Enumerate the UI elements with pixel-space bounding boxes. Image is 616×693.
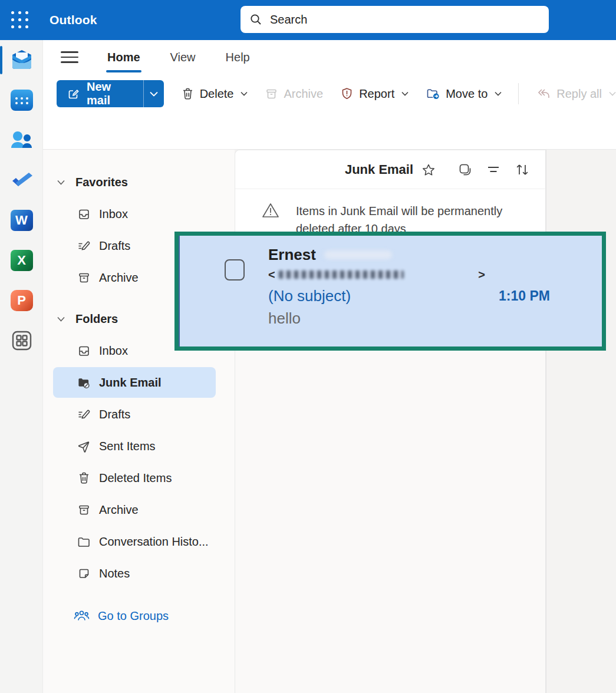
folders-item-conversation-history[interactable]: Conversation Histo... bbox=[43, 526, 235, 557]
trash-icon bbox=[182, 87, 194, 100]
shield-warning-icon bbox=[341, 87, 353, 100]
rail-powerpoint-icon[interactable]: P bbox=[0, 280, 43, 321]
hamburger-menu-icon[interactable] bbox=[61, 48, 78, 66]
folder-label: Inbox bbox=[99, 207, 128, 221]
folder-label: Drafts bbox=[99, 408, 130, 421]
search-input[interactable] bbox=[270, 13, 541, 27]
folders-item-notes[interactable]: Notes bbox=[43, 557, 235, 589]
rail-excel-icon[interactable]: X bbox=[0, 240, 43, 280]
favorites-label: Favorites bbox=[75, 176, 128, 189]
folder-label: Sent Items bbox=[99, 440, 156, 453]
tab-view[interactable]: View bbox=[169, 47, 197, 68]
folders-item-deleted-items[interactable]: Deleted Items bbox=[43, 462, 235, 494]
folder-label: Inbox bbox=[99, 344, 128, 358]
folders-item-archive[interactable]: Archive bbox=[43, 494, 235, 526]
folder-label: Archive bbox=[99, 271, 139, 285]
filter-icon[interactable] bbox=[486, 164, 500, 175]
new-mail-dropdown[interactable] bbox=[143, 80, 163, 107]
chevron-down-icon bbox=[495, 91, 502, 96]
delete-button[interactable]: Delete bbox=[182, 87, 248, 101]
chevron-down-icon bbox=[241, 91, 248, 96]
list-title: Junk Email bbox=[345, 162, 413, 177]
archive-button[interactable]: Archive bbox=[265, 87, 323, 101]
ribbon-tab-row: Home View Help bbox=[43, 40, 616, 74]
reply-all-icon bbox=[536, 88, 551, 100]
folder-icon bbox=[77, 535, 90, 548]
new-mail-button[interactable]: New mail bbox=[57, 80, 164, 107]
search-icon bbox=[249, 12, 263, 27]
select-messages-icon[interactable] bbox=[458, 163, 472, 177]
email-content: Ernest < > (No subject) 1:10 PM hello bbox=[268, 244, 594, 329]
email-checkbox[interactable] bbox=[225, 259, 245, 280]
move-to-label: Move to bbox=[446, 87, 487, 101]
inbox-icon bbox=[77, 344, 90, 357]
junk-folder-icon bbox=[77, 376, 90, 389]
folder-label: Conversation Histo... bbox=[99, 535, 209, 549]
search-box[interactable] bbox=[241, 6, 549, 33]
reply-all-label: Reply all bbox=[556, 87, 602, 101]
favorite-star-icon[interactable] bbox=[421, 163, 436, 177]
email-sender: Ernest bbox=[268, 246, 316, 264]
archive-icon bbox=[77, 271, 90, 284]
address-open-bracket: < bbox=[268, 268, 275, 282]
email-preview: hello bbox=[268, 309, 301, 328]
app-title: Outlook bbox=[50, 13, 97, 27]
list-header: Junk Email bbox=[235, 150, 545, 189]
rail-people-icon[interactable] bbox=[0, 120, 43, 160]
delete-label: Delete bbox=[200, 87, 234, 101]
new-mail-label: New mail bbox=[87, 80, 133, 107]
folders-item-sent-items[interactable]: Sent Items bbox=[43, 430, 235, 462]
tab-help[interactable]: Help bbox=[225, 47, 251, 68]
redacted-address-blur bbox=[279, 270, 404, 279]
groups-icon bbox=[74, 609, 90, 622]
sort-icon[interactable] bbox=[515, 163, 530, 177]
archive-label: Archive bbox=[284, 87, 323, 101]
folder-label: Notes bbox=[99, 567, 130, 580]
address-close-bracket: > bbox=[478, 268, 485, 282]
reply-all-button[interactable]: Reply all bbox=[536, 87, 616, 101]
rail-apps-icon[interactable] bbox=[0, 321, 43, 361]
folders-item-drafts[interactable]: Drafts bbox=[43, 398, 235, 430]
note-icon bbox=[77, 567, 90, 580]
folders-label: Folders bbox=[75, 312, 118, 326]
top-bar: Outlook bbox=[0, 0, 616, 40]
email-row-highlighted[interactable]: Ernest < > (No subject) 1:10 PM hello bbox=[174, 232, 606, 351]
rail-selected-indicator bbox=[0, 46, 2, 74]
rail-todo-icon[interactable] bbox=[0, 160, 43, 200]
chevron-down-icon bbox=[57, 316, 65, 322]
inbox-icon bbox=[77, 207, 90, 220]
favorites-section-header[interactable]: Favorites bbox=[43, 166, 235, 198]
go-to-groups-label: Go to Groups bbox=[98, 609, 169, 623]
redacted-sender-blur bbox=[324, 250, 392, 259]
trash-icon bbox=[77, 471, 90, 484]
chevron-down-icon bbox=[57, 180, 65, 185]
archive-icon bbox=[77, 503, 90, 516]
ppt-letter: P bbox=[17, 293, 26, 308]
folder-label: Junk Email bbox=[99, 376, 162, 390]
folder-label: Archive bbox=[99, 503, 139, 517]
move-to-button[interactable]: Move to bbox=[426, 87, 502, 101]
go-to-groups-link[interactable]: Go to Groups bbox=[43, 600, 235, 632]
command-toolbar: New mail Delete bbox=[43, 74, 616, 150]
toolbar-divider bbox=[518, 83, 519, 104]
drafts-icon bbox=[77, 239, 90, 252]
tab-home[interactable]: Home bbox=[106, 47, 141, 68]
rail-mail-icon[interactable] bbox=[0, 40, 43, 80]
email-address-line: < > bbox=[268, 265, 485, 284]
email-subject: (No subject) bbox=[268, 287, 351, 305]
rail-calendar-icon[interactable] bbox=[0, 80, 43, 120]
send-icon bbox=[77, 440, 90, 453]
outlook-window: Outlook bbox=[0, 0, 616, 693]
drafts-icon bbox=[77, 408, 90, 421]
folders-item-junk-email[interactable]: Junk Email bbox=[43, 367, 235, 398]
favorites-item-inbox[interactable]: Inbox bbox=[43, 198, 235, 230]
report-label: Report bbox=[359, 87, 394, 101]
chevron-down-icon bbox=[401, 91, 409, 96]
excel-letter: X bbox=[17, 253, 26, 268]
report-button[interactable]: Report bbox=[341, 87, 409, 101]
main-area: Home View Help New mail bbox=[43, 40, 616, 693]
folder-label: Deleted Items bbox=[99, 471, 172, 485]
app-launcher-icon[interactable] bbox=[7, 7, 33, 33]
archive-icon bbox=[265, 88, 278, 100]
rail-word-icon[interactable]: W bbox=[0, 200, 43, 240]
